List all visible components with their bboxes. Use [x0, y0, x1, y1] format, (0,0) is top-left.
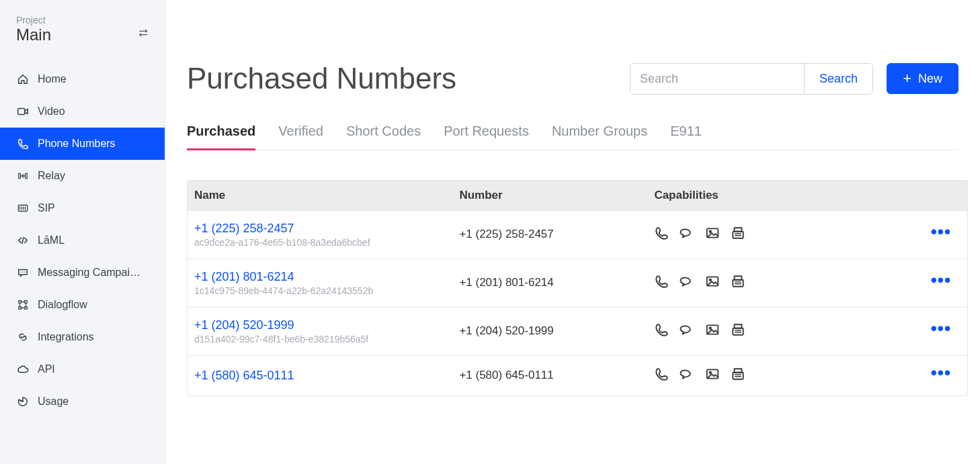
- sidebar-item-messaging-campaigns[interactable]: Messaging Campai…: [0, 257, 165, 289]
- row-actions-menu[interactable]: •••: [931, 270, 951, 290]
- sidebar-item-usage[interactable]: Usage: [0, 385, 165, 418]
- fax-icon: [731, 322, 745, 340]
- mms-icon: [705, 274, 720, 292]
- sidebar-item-label: Video: [38, 105, 149, 118]
- sidebar-item-video[interactable]: Video: [0, 95, 165, 128]
- link-icon: [16, 331, 30, 343]
- number-value: +1 (204) 520-1999: [452, 307, 647, 355]
- sms-icon: [680, 322, 694, 340]
- phone-icon: [16, 138, 30, 150]
- switch-project-icon[interactable]: [138, 27, 150, 41]
- tab-purchased[interactable]: Purchased: [187, 124, 255, 150]
- voice-icon: [654, 322, 669, 340]
- capabilities: [654, 367, 890, 385]
- row-actions-menu[interactable]: •••: [931, 318, 951, 338]
- tabs: Purchased Verified Short Codes Port Requ…: [187, 124, 958, 150]
- sidebar-item-label: Home: [38, 73, 149, 85]
- sidebar-item-label: Integrations: [38, 331, 149, 343]
- plus-icon: +: [903, 71, 911, 86]
- page-header: Purchased Numbers Search + New: [165, 0, 980, 95]
- table-row: +1 (580) 645-0111+1 (580) 645-0111•••: [188, 355, 967, 396]
- project-label: Project: [16, 15, 149, 26]
- chart-icon: [16, 396, 30, 408]
- column-number: Number: [452, 181, 647, 211]
- number-name-link[interactable]: +1 (204) 520-1999: [194, 318, 446, 332]
- mms-icon: [705, 322, 720, 340]
- number-id: ac9dce2a-a176-4e65-b108-8a3eda6bcbef: [194, 237, 446, 248]
- relay-icon: [16, 170, 30, 182]
- column-name: Name: [188, 181, 452, 211]
- voice-icon: [654, 367, 669, 385]
- tab-verified[interactable]: Verified: [278, 124, 323, 150]
- row-actions-menu[interactable]: •••: [931, 363, 951, 383]
- sidebar-item-api[interactable]: API: [0, 353, 165, 385]
- tab-number-groups[interactable]: Number Groups: [552, 124, 647, 150]
- message-icon: [16, 267, 30, 279]
- new-button[interactable]: + New: [887, 63, 958, 94]
- sidebar: Project Main Home Video Phone Numbers Re…: [0, 0, 165, 464]
- mms-icon: [705, 367, 720, 385]
- voice-icon: [654, 226, 669, 244]
- home-icon: [16, 73, 30, 85]
- table-row: +1 (225) 258-2457ac9dce2a-a176-4e65-b108…: [188, 210, 967, 259]
- sidebar-nav: Home Video Phone Numbers Relay SIP LāML …: [0, 63, 165, 418]
- column-actions: [897, 181, 967, 211]
- capabilities: [654, 226, 890, 244]
- sms-icon: [680, 226, 694, 244]
- fax-icon: [731, 226, 745, 244]
- number-name-link[interactable]: +1 (201) 801-6214: [194, 270, 446, 284]
- number-id: d151a402-99c7-48f1-be6b-e38219b56a5f: [194, 334, 446, 344]
- table-row: +1 (201) 801-62141c14c975-89eb-4474-a22b…: [188, 259, 967, 307]
- project-switcher[interactable]: Project Main: [0, 0, 165, 51]
- video-icon: [16, 105, 30, 118]
- sidebar-item-integrations[interactable]: Integrations: [0, 321, 165, 353]
- tab-e911[interactable]: E911: [670, 124, 702, 150]
- numbers-table: Name Number Capabilities +1 (225) 258-24…: [187, 180, 968, 396]
- row-actions-menu[interactable]: •••: [931, 222, 951, 242]
- sidebar-item-phone-numbers[interactable]: Phone Numbers: [0, 128, 165, 160]
- header-actions: Search + New: [630, 63, 958, 95]
- tab-port-requests[interactable]: Port Requests: [444, 124, 529, 150]
- number-name-link[interactable]: +1 (580) 645-0111: [194, 369, 446, 383]
- new-button-label: New: [918, 72, 942, 86]
- mms-icon: [705, 226, 720, 244]
- project-name: Main: [16, 26, 149, 44]
- page-title: Purchased Numbers: [187, 62, 456, 95]
- sidebar-item-label: Relay: [38, 170, 149, 182]
- tab-short-codes[interactable]: Short Codes: [346, 124, 421, 150]
- sms-icon: [680, 367, 694, 385]
- number-id: 1c14c975-89eb-4474-a22b-62a24143552b: [194, 285, 446, 296]
- sip-icon: [16, 202, 30, 214]
- dialogflow-icon: [16, 299, 30, 311]
- number-name-link[interactable]: +1 (225) 258-2457: [194, 222, 446, 236]
- sidebar-item-laml[interactable]: LāML: [0, 224, 165, 257]
- sidebar-item-label: Phone Numbers: [38, 138, 149, 150]
- sidebar-item-label: LāML: [38, 234, 149, 246]
- voice-icon: [654, 274, 669, 292]
- sidebar-item-home[interactable]: Home: [0, 63, 165, 95]
- column-capabilities: Capabilities: [647, 181, 897, 211]
- code-icon: [16, 234, 30, 246]
- main-content: Purchased Numbers Search + New Purchased…: [165, 0, 980, 464]
- sidebar-item-dialogflow[interactable]: Dialogflow: [0, 289, 165, 321]
- number-value: +1 (201) 801-6214: [452, 259, 647, 307]
- search-input[interactable]: [630, 64, 804, 94]
- sidebar-item-label: SIP: [38, 202, 149, 214]
- sidebar-item-label: API: [38, 363, 149, 375]
- fax-icon: [731, 367, 745, 385]
- sidebar-item-label: Dialogflow: [38, 299, 149, 311]
- table-row: +1 (204) 520-1999d151a402-99c7-48f1-be6b…: [188, 307, 967, 355]
- table-header-row: Name Number Capabilities: [188, 181, 967, 211]
- sidebar-item-label: Usage: [38, 396, 149, 408]
- capabilities: [654, 322, 890, 340]
- search-group: Search: [630, 63, 873, 95]
- number-value: +1 (580) 645-0111: [452, 355, 647, 396]
- capabilities: [654, 274, 890, 292]
- sidebar-item-label: Messaging Campai…: [38, 267, 149, 279]
- sidebar-item-relay[interactable]: Relay: [0, 160, 165, 192]
- number-value: +1 (225) 258-2457: [452, 210, 647, 259]
- fax-icon: [731, 274, 745, 292]
- cloud-icon: [16, 363, 30, 375]
- search-button[interactable]: Search: [804, 64, 872, 94]
- sidebar-item-sip[interactable]: SIP: [0, 192, 165, 224]
